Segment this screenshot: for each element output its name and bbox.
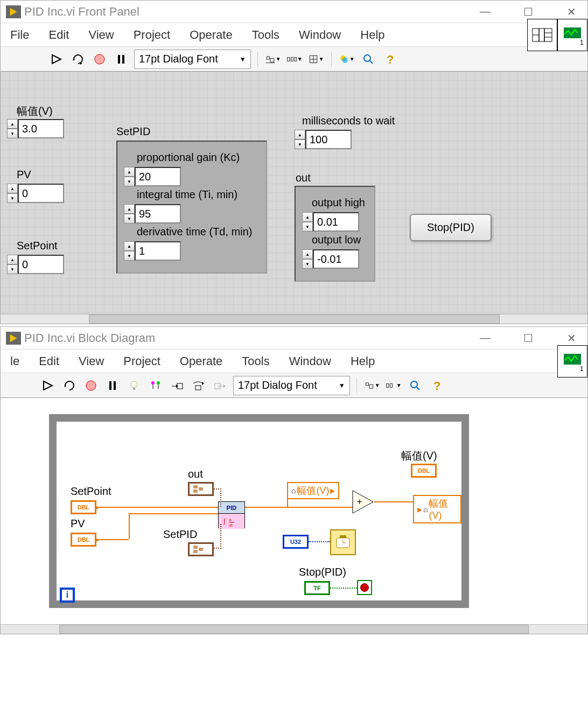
menu-tools[interactable]: Tools [232, 354, 279, 368]
wait-ms-terminal[interactable] [283, 535, 309, 549]
search-button[interactable] [407, 377, 424, 394]
help-button[interactable]: ? [428, 377, 445, 394]
font-selector[interactable]: 17pt Dialog Font ▼ [233, 376, 350, 395]
wait-input[interactable] [305, 130, 352, 149]
wire-pv-1[interactable] [96, 539, 129, 540]
minimize-button[interactable]: — [474, 5, 496, 18]
amplitude-spinner[interactable]: ▲▼ [7, 119, 18, 138]
wire-pv-2[interactable] [129, 513, 130, 539]
setpid-terminal[interactable] [188, 542, 214, 556]
setpoint-input[interactable] [18, 255, 64, 274]
font-selector[interactable]: 17pt Dialog Font ▼ [134, 50, 251, 69]
step-over-button[interactable] [190, 377, 207, 394]
maximize-button[interactable]: ☐ [517, 332, 539, 345]
output-low-spinner[interactable]: ▲▼ [302, 249, 313, 269]
resize-button[interactable]: ▼ [307, 51, 325, 68]
menu-help[interactable]: Help [351, 28, 394, 42]
maximize-button[interactable]: ☐ [517, 5, 539, 18]
vi-icon-editor[interactable]: 1 [557, 349, 587, 373]
step-out-button[interactable] [212, 377, 229, 394]
wire-pid-out[interactable] [245, 507, 353, 508]
menu-file[interactable]: File [1, 28, 39, 42]
kc-input[interactable] [135, 167, 181, 186]
wire-add-out[interactable] [374, 501, 413, 502]
run-button[interactable] [39, 377, 57, 394]
menu-edit[interactable]: Edit [39, 28, 79, 42]
wire-out-pid[interactable] [214, 488, 221, 507]
minimize-button[interactable]: — [474, 332, 496, 345]
distribute-button[interactable]: ▼ [286, 51, 303, 68]
output-high-spinner[interactable]: ▲▼ [302, 212, 313, 232]
horizontal-scrollbar[interactable] [1, 624, 587, 634]
wait-spinner[interactable]: ▲▼ [295, 130, 305, 149]
output-low-input[interactable] [313, 249, 359, 269]
pv-terminal[interactable] [71, 533, 96, 547]
step-into-button[interactable] [169, 377, 186, 394]
connector-pane-icon[interactable]: 1 [527, 23, 587, 46]
wire-wait[interactable] [309, 541, 330, 542]
abort-button[interactable] [82, 377, 100, 394]
run-continuous-button[interactable] [69, 51, 87, 68]
menu-operate[interactable]: Operate [170, 354, 233, 368]
menu-tools[interactable]: Tools [242, 28, 289, 42]
abort-button[interactable] [91, 51, 108, 68]
distribute-button[interactable]: ▼ [385, 377, 402, 394]
highlight-button[interactable] [125, 377, 143, 394]
kc-spinner[interactable]: ▲▼ [124, 167, 135, 186]
run-button[interactable] [48, 51, 65, 68]
loop-condition-node[interactable] [357, 580, 372, 595]
menu-file[interactable]: le [1, 354, 29, 368]
setpid-cluster[interactable]: proportional gain (Kc) ▲▼ integral time … [116, 141, 267, 274]
front-panel-area[interactable]: 幅值(V) ▲▼ PV ▲▼ SetPoint ▲▼ SetPID propor… [1, 72, 587, 314]
while-loop[interactable]: SetPoint PV out SetPID PID ∫ddt [49, 414, 469, 608]
run-continuous-button[interactable] [61, 377, 78, 394]
pv-spinner[interactable]: ▲▼ [7, 184, 18, 203]
pid-vi-node[interactable]: PID ∫ddt [218, 501, 245, 528]
search-button[interactable] [360, 51, 377, 68]
menu-view[interactable]: View [69, 354, 114, 368]
add-node[interactable]: + [352, 490, 375, 514]
wait-node[interactable] [330, 529, 356, 555]
out-terminal[interactable] [188, 482, 214, 496]
menu-window[interactable]: Window [279, 354, 341, 368]
menu-edit[interactable]: Edit [29, 354, 69, 368]
td-input[interactable] [135, 241, 181, 261]
menu-help[interactable]: Help [341, 354, 384, 368]
ti-spinner[interactable]: ▲▼ [124, 204, 135, 223]
help-button[interactable]: ? [381, 51, 398, 68]
pause-button[interactable] [104, 377, 121, 394]
amplitude-indicator-terminal[interactable] [411, 464, 437, 478]
setpoint-spinner[interactable]: ▲▼ [7, 255, 18, 274]
setpoint-terminal[interactable] [71, 500, 96, 514]
local-var-read-amplitude[interactable]: ⌂ 幅值(V) ▸ [287, 482, 339, 499]
pause-button[interactable] [113, 51, 130, 68]
wire-stop[interactable] [330, 588, 357, 589]
td-spinner[interactable]: ▲▼ [124, 241, 135, 261]
stop-pid-button[interactable]: Stop(PID) [410, 214, 492, 241]
align-button[interactable]: ▼ [363, 377, 381, 394]
menu-window[interactable]: Window [289, 28, 351, 42]
menu-project[interactable]: Project [124, 28, 180, 42]
reorder-button[interactable]: ▼ [338, 51, 355, 68]
local-var-write-amplitude[interactable]: ▸ ⌂ 幅值(V) [413, 495, 461, 523]
pv-input[interactable] [18, 184, 64, 203]
out-cluster[interactable]: output high ▲▼ output low ▲▼ [295, 186, 375, 282]
horizontal-scrollbar[interactable] [1, 314, 587, 324]
menu-view[interactable]: View [79, 28, 123, 42]
block-diagram-area[interactable]: SetPoint PV out SetPID PID ∫ddt [1, 398, 587, 624]
svg-rect-19 [295, 57, 296, 61]
iteration-terminal[interactable]: i [60, 588, 75, 603]
align-button[interactable]: ▼ [264, 51, 282, 68]
amplitude-input[interactable] [18, 119, 64, 138]
wire-setpid-pid[interactable] [214, 524, 221, 549]
stop-terminal[interactable] [304, 581, 330, 595]
retain-wire-button[interactable] [147, 377, 164, 394]
close-button[interactable]: ✕ [561, 5, 582, 18]
output-high-input[interactable] [313, 212, 359, 232]
wire-setpoint-pid[interactable] [96, 507, 218, 508]
wire-pv-3[interactable] [129, 513, 218, 514]
menu-operate[interactable]: Operate [180, 28, 242, 42]
ti-input[interactable] [135, 204, 181, 223]
close-button[interactable]: ✕ [561, 332, 582, 345]
menu-project[interactable]: Project [114, 354, 170, 368]
